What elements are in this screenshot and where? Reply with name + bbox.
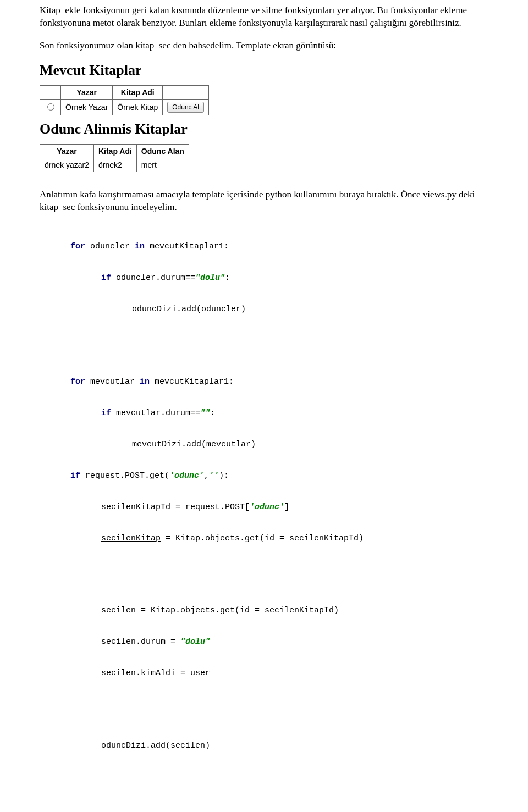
table-odunc-alinmis: Yazar Kitap Adi Odunc Alan örnek yazar2 … (40, 144, 189, 172)
string-literal: '' (209, 471, 219, 480)
heading-odunc-alinmis: Odunc Alinmis Kitaplar (40, 121, 488, 137)
string-literal: "dolu" (195, 273, 225, 283)
paragraph-1: Kitap_ekle fonksiyonun geri kalan kısmın… (40, 4, 488, 30)
table-row: örnek yazar2 örnek2 mert (40, 158, 189, 172)
kw-in: in (140, 377, 150, 386)
code-text: : (225, 273, 230, 283)
code-text: oduncDizi.add(oduncler) (132, 305, 246, 314)
code-text: mevcutlar.durum== (111, 408, 200, 418)
code-text: secilen.kimAldi = user (101, 669, 210, 678)
kw-for: for (70, 377, 85, 386)
th-radio (40, 85, 61, 99)
code-text: oduncDizi.add(secilen) (101, 741, 210, 750)
code-block: for oduncler in mevcutKitaplar1: if odun… (40, 224, 488, 786)
code-text: secilen.durum = (101, 637, 180, 647)
heading-mevcut-kitaplar: Mevcut Kitaplar (40, 62, 488, 79)
cell-kitap-adi: Örnek Kitap (113, 99, 163, 115)
code-text: oduncler.durum== (111, 273, 195, 283)
odunc-al-button[interactable]: Odunc Al (167, 102, 204, 113)
code-text: mevcutDizi.add(mevcutlar) (132, 440, 256, 449)
code-text: mevcutKitaplar1: (145, 242, 229, 251)
cell-radio (40, 99, 61, 115)
code-text: ] (284, 502, 289, 512)
string-literal: 'odunc' (169, 471, 204, 480)
code-text: mevcutKitaplar1: (150, 377, 234, 386)
code-text: secilenKitapId = request.POST[ (101, 502, 250, 512)
radio-select-book[interactable] (47, 103, 54, 111)
table-header-row: Yazar Kitap Adi (40, 85, 209, 99)
cell-kitap-adi: örnek2 (94, 158, 136, 172)
table-row: Örnek Yazar Örnek Kitap Odunc Al (40, 99, 209, 115)
th-kitap-adi: Kitap Adi (94, 144, 136, 158)
cell-odunc-alan: mert (136, 158, 189, 172)
th-kitap-adi: Kitap Adi (113, 85, 163, 99)
cell-yazar: Örnek Yazar (61, 99, 113, 115)
th-action (163, 85, 209, 99)
kw-if: if (101, 408, 111, 418)
kw-if: if (101, 273, 111, 283)
code-text: request.POST.get( (80, 471, 169, 480)
code-text: = Kitap.objects.get(id = secilenKitapId) (161, 534, 364, 543)
code-text: : (210, 408, 215, 418)
cell-yazar: örnek yazar2 (40, 158, 94, 172)
cell-action: Odunc Al (163, 99, 209, 115)
th-yazar: Yazar (40, 144, 94, 158)
code-text-underlined: secilenKitap (101, 534, 161, 543)
kw-if: if (70, 471, 80, 480)
string-literal: "" (200, 408, 210, 418)
code-text: secilen = Kitap.objects.get(id = secilen… (101, 606, 339, 615)
code-text: oduncler (85, 242, 135, 251)
string-literal: "dolu" (180, 637, 210, 647)
table-mevcut-kitaplar: Yazar Kitap Adi Örnek Yazar Örnek Kitap … (40, 85, 209, 115)
template-screenshot: Mevcut Kitaplar Yazar Kitap Adi Örnek Ya… (40, 62, 488, 172)
table-header-row: Yazar Kitap Adi Odunc Alan (40, 144, 189, 158)
code-text: , (204, 471, 209, 480)
th-odunc-alan: Odunc Alan (136, 144, 189, 158)
kw-in: in (135, 242, 145, 251)
paragraph-2: Son fonksiyonumuz olan kitap_sec den bah… (40, 40, 488, 52)
string-literal: 'odunc' (250, 502, 284, 512)
th-yazar: Yazar (61, 85, 113, 99)
code-text: ): (219, 471, 229, 480)
kw-for: for (70, 242, 85, 251)
paragraph-3: Anlatımın kafa karıştırmaması amacıyla t… (40, 189, 488, 214)
code-text: mevcutlar (85, 377, 140, 386)
